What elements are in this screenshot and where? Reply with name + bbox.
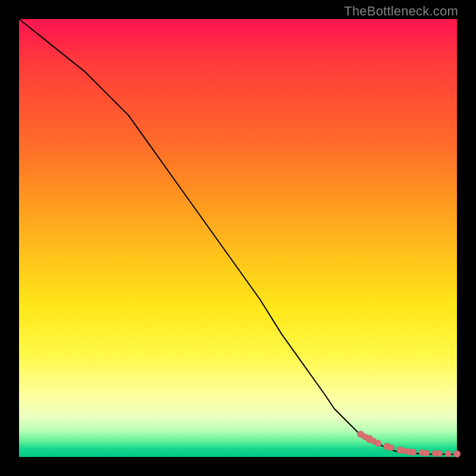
tail-marker — [453, 450, 461, 458]
tail-marker — [423, 450, 430, 456]
tail-marker — [437, 450, 443, 456]
chart-overlay — [19, 19, 457, 457]
watermark-label: TheBottleneck.com — [344, 4, 458, 19]
tail-marker — [445, 450, 451, 456]
chart-frame: TheBottleneck.com — [0, 0, 476, 476]
tail-marker-group — [358, 431, 461, 457]
tail-marker — [389, 445, 394, 451]
tail-marker — [375, 440, 381, 447]
tail-marker — [410, 449, 416, 456]
curve-line — [19, 19, 457, 455]
plot-area — [19, 19, 457, 457]
